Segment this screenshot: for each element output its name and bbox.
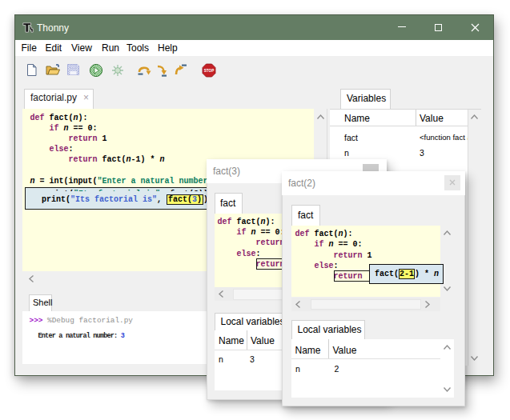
svg-text:STOP: STOP xyxy=(204,69,214,73)
